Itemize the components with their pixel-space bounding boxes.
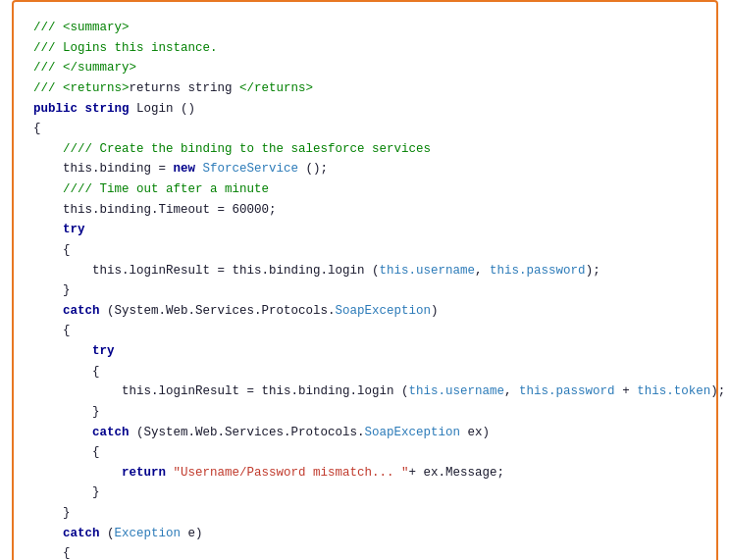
code-line-25: }: [33, 503, 697, 524]
code-line-14: }: [33, 280, 697, 301]
code-line-21: catch (System.Web.Services.Protocols.Soa…: [33, 423, 697, 443]
code-line-9: //// Time out after a minute: [33, 179, 697, 200]
code-line-13: this.loginResult = this.binding.login (t…: [33, 261, 697, 281]
code-line-2: /// Logins this instance.: [33, 38, 697, 59]
code-line-16: {: [33, 321, 697, 341]
code-line-3: /// </summary>: [33, 58, 697, 78]
code-line-22: {: [33, 442, 697, 463]
code-line-1: /// <summary>: [33, 18, 697, 38]
code-line-12: {: [33, 240, 697, 261]
code-line-4: /// <returns>returns string </returns>: [33, 78, 697, 99]
code-line-5: public string Login (): [33, 99, 697, 120]
code-line-11: try: [33, 220, 697, 240]
code-line-26: catch (Exception e): [33, 524, 697, 544]
code-line-23: return "Username/Password mismatch... "+…: [33, 463, 697, 484]
code-line-10: this.binding.Timeout = 60000;: [33, 200, 697, 221]
code-line-15: catch (System.Web.Services.Protocols.Soa…: [33, 301, 697, 322]
code-line-17: try: [33, 341, 697, 362]
code-line-7: //// Create the binding to the salesforc…: [33, 139, 697, 160]
code-line-18: {: [33, 362, 697, 382]
code-line-6: {: [33, 119, 697, 139]
code-line-8: this.binding = new SforceService ();: [33, 159, 697, 179]
code-line-20: }: [33, 402, 697, 423]
code-block: /// <summary> /// Logins this instance. …: [12, 0, 718, 560]
code-line-27: {: [33, 543, 697, 560]
code-line-24: }: [33, 483, 697, 503]
code-line-19: this.loginResult = this.binding.login (t…: [33, 382, 697, 402]
